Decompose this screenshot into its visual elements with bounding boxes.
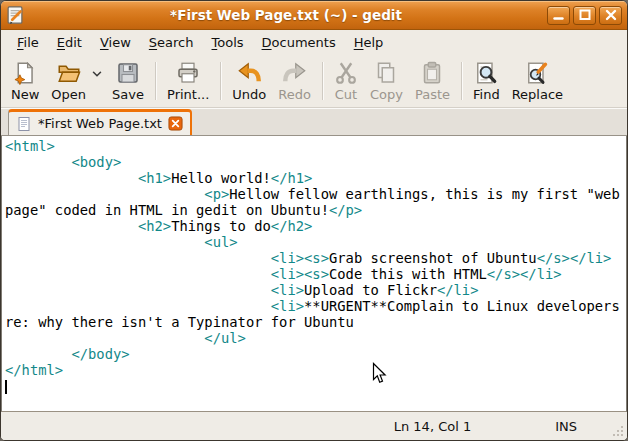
html-tag-token: <li> bbox=[271, 250, 304, 266]
indent bbox=[5, 234, 204, 250]
html-tag-token: <li> bbox=[271, 282, 304, 298]
replace-button[interactable]: Replace bbox=[506, 59, 569, 104]
text-editor-area[interactable]: <html> <body> <h1>Hello world!</h1> <p>H… bbox=[1, 136, 627, 412]
redo-button: Redo bbox=[272, 59, 317, 104]
close-icon bbox=[603, 7, 619, 23]
maximize-icon bbox=[577, 7, 593, 23]
menu-view[interactable]: View bbox=[92, 32, 139, 53]
code-line: <body> bbox=[5, 154, 626, 170]
text-token: re: why there isn't a Typinator for Ubun… bbox=[5, 314, 354, 330]
mouse-pointer-icon bbox=[372, 362, 387, 385]
menu-documents[interactable]: Documents bbox=[254, 32, 344, 53]
toolbar-group: FindReplace bbox=[467, 57, 569, 105]
resize-grip[interactable] bbox=[611, 424, 624, 437]
statusbar: Ln 14, Col 1 INS bbox=[1, 412, 627, 440]
html-tag-token: <ul> bbox=[204, 234, 237, 250]
html-tag-token: <li> bbox=[271, 266, 304, 282]
window-title: *First Web Page.txt (~) - gedit bbox=[25, 7, 547, 23]
toolbar-label: Undo bbox=[232, 87, 266, 102]
menu-search[interactable]: Search bbox=[141, 32, 202, 53]
toolbar: NewOpenSavePrint...UndoRedoCutCopyPasteF… bbox=[1, 55, 627, 108]
open-button[interactable]: Open bbox=[45, 59, 92, 104]
tab-label: *First Web Page.txt bbox=[38, 116, 162, 131]
code-line: <html> bbox=[5, 138, 626, 154]
menubar: FileEditViewSearchToolsDocumentsHelp bbox=[1, 30, 627, 55]
indent bbox=[5, 346, 71, 362]
insert-mode-label: INS bbox=[555, 419, 577, 434]
menu-help[interactable]: Help bbox=[346, 32, 392, 53]
menu-edit[interactable]: Edit bbox=[49, 32, 90, 53]
save-button[interactable]: Save bbox=[106, 59, 150, 104]
indent bbox=[5, 330, 204, 346]
html-tag-token: </html> bbox=[5, 362, 63, 378]
cursor-position-label: Ln 14, Col 1 bbox=[394, 419, 471, 434]
open-folder-icon bbox=[57, 61, 81, 85]
minimize-icon bbox=[551, 7, 567, 23]
html-tag-token: </li> bbox=[437, 282, 479, 298]
html-tag-token: <s> bbox=[304, 266, 329, 282]
html-tag-token: </ul> bbox=[204, 330, 246, 346]
toolbar-group: NewOpenSave bbox=[5, 57, 150, 105]
maximize-button[interactable] bbox=[573, 6, 596, 25]
print-button[interactable]: Print... bbox=[161, 59, 215, 104]
titlebar[interactable]: *First Web Page.txt (~) - gedit bbox=[1, 1, 627, 30]
toolbar-label: Find bbox=[473, 87, 500, 102]
html-tag-token: <li> bbox=[271, 298, 304, 314]
code-line: <ul> bbox=[5, 234, 626, 250]
toolbar-group: Print... bbox=[161, 57, 215, 105]
html-tag-token: </body> bbox=[71, 346, 129, 362]
html-tag-token: </h2> bbox=[271, 218, 313, 234]
toolbar-label: Cut bbox=[335, 87, 357, 102]
replace-icon bbox=[525, 61, 549, 85]
new-document-icon bbox=[13, 61, 37, 85]
undo-button[interactable]: Undo bbox=[226, 59, 272, 104]
text-token: Code this with HTML bbox=[329, 266, 487, 282]
text-token: Upload to Flickr bbox=[304, 282, 437, 298]
indent bbox=[5, 186, 204, 202]
menu-file[interactable]: File bbox=[9, 32, 47, 53]
indent bbox=[5, 170, 138, 186]
code-lines: <html> <body> <h1>Hello world!</h1> <p>H… bbox=[5, 138, 626, 394]
find-button[interactable]: Find bbox=[467, 59, 506, 104]
html-tag-token: <body> bbox=[71, 154, 121, 170]
code-line: re: why there isn't a Typinator for Ubun… bbox=[5, 314, 626, 330]
text-token: page" coded in HTML in gedit on Ubuntu! bbox=[5, 202, 329, 218]
tab-close-button[interactable] bbox=[168, 116, 183, 131]
code-line: </body> bbox=[5, 346, 626, 362]
toolbar-group: UndoRedo bbox=[226, 57, 317, 105]
html-tag-token: </p> bbox=[329, 202, 362, 218]
text-token: Hellow fellow earthlings, this is my fir… bbox=[229, 186, 619, 202]
cut-button: Cut bbox=[328, 59, 364, 104]
close-button[interactable] bbox=[599, 6, 622, 25]
copy-pages-icon bbox=[374, 61, 398, 85]
menu-tools[interactable]: Tools bbox=[204, 32, 252, 53]
toolbar-label: Open bbox=[51, 87, 86, 102]
paste-clipboard-icon bbox=[420, 61, 444, 85]
toolbar-separator bbox=[461, 62, 462, 100]
chevron-down-icon[interactable] bbox=[90, 62, 104, 86]
window-controls bbox=[547, 6, 622, 25]
code-line: <li><s>Code this with HTML</s></li> bbox=[5, 266, 626, 282]
html-tag-token: <html> bbox=[5, 138, 55, 154]
gedit-notepad-icon bbox=[5, 5, 25, 25]
undo-arrow-icon bbox=[237, 61, 261, 85]
toolbar-label: Paste bbox=[415, 87, 450, 102]
code-line: <li><s>Grab screenshot of Ubuntu</s></li… bbox=[5, 250, 626, 266]
minimize-button[interactable] bbox=[547, 6, 570, 25]
code-line: <li>**URGENT**Complain to Linux develope… bbox=[5, 298, 626, 314]
toolbar-group: CutCopyPaste bbox=[328, 57, 456, 105]
tab-first-web-page[interactable]: *First Web Page.txt bbox=[8, 109, 192, 135]
indent bbox=[5, 154, 71, 170]
html-tag-token: <p> bbox=[204, 186, 229, 202]
new-button[interactable]: New bbox=[5, 59, 45, 104]
indent bbox=[5, 250, 271, 266]
code-line: <h1>Hello world!</h1> bbox=[5, 170, 626, 186]
html-tag-token: </s> bbox=[537, 250, 570, 266]
code-line: </ul> bbox=[5, 330, 626, 346]
toolbar-separator bbox=[220, 62, 221, 100]
toolbar-label: Replace bbox=[512, 87, 563, 102]
text-token: Hello world! bbox=[171, 170, 271, 186]
code-line: <h2>Things to do</h2> bbox=[5, 218, 626, 234]
toolbar-separator bbox=[322, 62, 323, 100]
html-tag-token: <s> bbox=[304, 250, 329, 266]
